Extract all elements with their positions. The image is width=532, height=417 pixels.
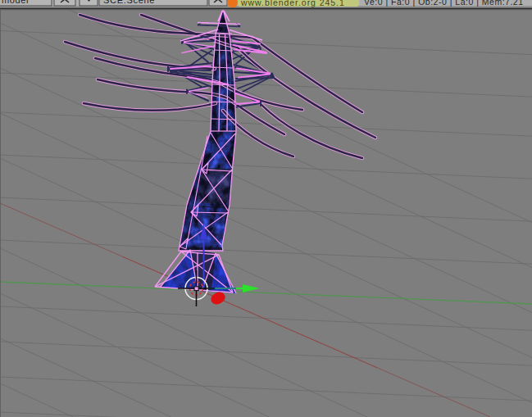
svg-text:Ve:0 | Fa:0 | Ob:2-0 | La:0 |: Ve:0 | Fa:0 | Ob:2-0 | La:0 | Mem:7.21: [364, 0, 524, 7]
svg-text:SCE:Scene: SCE:Scene: [103, 0, 155, 5]
svg-text:model: model: [2, 0, 29, 5]
svg-text:www.blender.org 245.1: www.blender.org 245.1: [240, 0, 345, 7]
